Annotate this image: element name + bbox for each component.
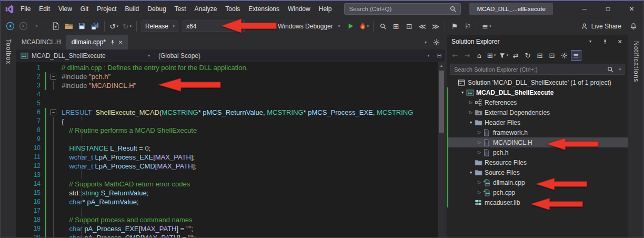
line-number[interactable]: 6 bbox=[16, 108, 44, 117]
code-line-8[interactable]: 8 // Routine performs a MCAD ShellExecut… bbox=[16, 126, 438, 135]
menu-help[interactable]: Help bbox=[315, 1, 336, 17]
source-files-folder[interactable]: ▾Source Files bbox=[447, 167, 628, 177]
code-line-19[interactable]: 19 char pA_Process_EXE[MAX_PATH] = ""; bbox=[16, 224, 438, 233]
menu-analyze[interactable]: Analyze bbox=[190, 1, 222, 17]
navigate-forward-button[interactable] bbox=[17, 19, 30, 33]
split-editor-icon[interactable]: ⊟ bbox=[434, 52, 445, 59]
code-line-1[interactable]: 1// dllmain.cpp : Defines the entry poin… bbox=[16, 63, 438, 72]
code-line-14[interactable]: 14 // Supports MathCAD return error code… bbox=[16, 180, 438, 189]
back-button[interactable]: ← bbox=[450, 50, 460, 61]
menu-test[interactable]: Test bbox=[170, 1, 190, 17]
new-project-button[interactable] bbox=[49, 19, 62, 33]
scope-dropdown[interactable]: (Global Scope) ▾ bbox=[154, 49, 434, 62]
save-button[interactable] bbox=[75, 19, 88, 33]
line-number[interactable]: 3 bbox=[16, 81, 44, 90]
file-pch-cpp[interactable]: ▷+++pch.cpp bbox=[447, 187, 628, 197]
code-editor[interactable]: 1// dllmain.cpp : Defines the entry poin… bbox=[16, 62, 445, 238]
switch-views-button[interactable]: ⊞▾ bbox=[486, 50, 497, 61]
properties-window-button[interactable]: ⊡ bbox=[402, 19, 416, 33]
expand-arrow-icon[interactable]: ▷ bbox=[467, 110, 475, 115]
scrollbar-thumb[interactable] bbox=[439, 71, 444, 133]
line-number[interactable]: 13 bbox=[16, 171, 44, 180]
editor-options-gear-icon[interactable] bbox=[433, 39, 440, 46]
solution-node[interactable]: Solution 'MCAD_DLL_ShellExecute' (1 of 1… bbox=[447, 77, 628, 87]
collapse-region-button[interactable]: − bbox=[51, 74, 56, 80]
resource-files-folder[interactable]: Resource Files bbox=[447, 157, 628, 167]
line-number[interactable]: 11 bbox=[16, 153, 44, 162]
expand-arrow-icon[interactable]: ▷ bbox=[476, 150, 483, 155]
menu-build[interactable]: Build bbox=[121, 1, 144, 17]
expand-arrow-icon[interactable]: ▷ bbox=[476, 140, 483, 145]
line-number[interactable]: 7 bbox=[16, 117, 44, 126]
maximize-button[interactable]: □ bbox=[596, 1, 620, 17]
toolbox-tab[interactable]: Toolbox bbox=[5, 39, 12, 64]
line-number[interactable]: 20 bbox=[16, 233, 44, 238]
line-number[interactable]: 9 bbox=[16, 135, 44, 144]
line-number[interactable]: 14 bbox=[16, 180, 44, 189]
line-number[interactable]: 12 bbox=[16, 162, 44, 171]
line-number[interactable]: 17 bbox=[16, 206, 44, 215]
line-number[interactable]: 18 bbox=[16, 215, 44, 224]
line-number[interactable]: 1 bbox=[16, 63, 44, 72]
quick-search-box[interactable]: Search (Ctrl+Q) bbox=[344, 3, 461, 15]
filter-button[interactable]: ▾ bbox=[498, 50, 509, 61]
start-debugging-button[interactable]: Local Windows Debugger▾ bbox=[247, 20, 344, 33]
expand-arrow-icon[interactable]: ▷ bbox=[476, 130, 483, 135]
forward-button[interactable]: → bbox=[462, 50, 472, 61]
file-pch-h[interactable]: ▷hpch.h bbox=[447, 147, 628, 157]
close-button[interactable]: ✕ bbox=[620, 1, 643, 17]
close-icon[interactable]: ✕ bbox=[118, 39, 123, 45]
editor-scrollbar[interactable]: ▲ bbox=[438, 62, 445, 238]
file-mcaduser-lib[interactable]: mcaduser.lib bbox=[447, 197, 628, 207]
show-all-files-button[interactable]: ⊡ bbox=[547, 50, 557, 61]
menu-git[interactable]: Git bbox=[76, 1, 93, 17]
code-line-10[interactable]: 10 HINSTANCE L_Result = 0; bbox=[16, 144, 438, 153]
menu-view[interactable]: View bbox=[54, 1, 76, 17]
solution-platforms-dropdown[interactable]: x64▾ bbox=[183, 21, 245, 32]
tab-dllmain-cpp[interactable]: dllmain.cpp*✕ bbox=[66, 35, 128, 49]
code-line-4[interactable]: 4 bbox=[16, 90, 438, 99]
scroll-up-icon[interactable]: ▲ bbox=[438, 62, 445, 70]
find-in-files-button[interactable] bbox=[376, 19, 389, 33]
references-node[interactable]: ▷References bbox=[447, 97, 628, 107]
menu-project[interactable]: Project bbox=[93, 1, 120, 17]
minimize-button[interactable]: ─ bbox=[572, 1, 596, 17]
redo-button[interactable]: ↻▾ bbox=[120, 19, 134, 33]
preview-selected-items-button[interactable]: ≡ bbox=[571, 50, 581, 61]
code-line-11[interactable]: 11 wchar_t LpA_Process_EXE[MAX_PATH]; bbox=[16, 153, 438, 162]
navigation-history-dropdown[interactable]: ▾ bbox=[30, 19, 43, 33]
file-framework-h[interactable]: ▷hframework.h bbox=[447, 127, 628, 137]
menu-file[interactable]: File bbox=[16, 1, 35, 17]
menu-edit[interactable]: Edit bbox=[35, 1, 54, 17]
start-without-debugging-button[interactable] bbox=[344, 19, 357, 33]
code-line-9[interactable]: 9 bbox=[16, 135, 438, 144]
close-button[interactable]: ✕ bbox=[616, 36, 623, 47]
home-button[interactable]: ⌂ bbox=[474, 50, 485, 61]
navigate-backward-button[interactable] bbox=[4, 19, 17, 33]
code-line-3[interactable]: 3#include "MCADINCL.H" bbox=[16, 81, 438, 90]
collapse-arrow-icon[interactable]: ▾ bbox=[459, 90, 466, 95]
menu-extensions[interactable]: Extensions bbox=[244, 1, 284, 17]
window-position-dropdown[interactable]: ▾ bbox=[587, 36, 594, 47]
code-line-5[interactable]: 5 bbox=[16, 99, 438, 108]
code-line-17[interactable]: 17 bbox=[16, 206, 438, 215]
code-line-6[interactable]: 6−LRESULT ShellExecute_MCAD(MCSTRING* pM… bbox=[16, 108, 438, 117]
bookmark-window-button[interactable]: ⚐ bbox=[461, 19, 474, 33]
code-line-20[interactable]: 20 char pA_Process_CMD[MAX_PATH] = ""; bbox=[16, 233, 438, 238]
open-file-button[interactable] bbox=[62, 19, 75, 33]
properties-button[interactable] bbox=[559, 50, 569, 61]
project-dropdown[interactable]: ++ MCAD_DLL_ShellExecute ▾ bbox=[16, 49, 154, 62]
expand-arrow-icon[interactable]: ▷ bbox=[476, 180, 483, 185]
tab-mcadincl-h[interactable]: MCADINCL.H bbox=[16, 35, 66, 49]
save-all-button[interactable] bbox=[88, 19, 102, 33]
code-line-16[interactable]: 16 char* pA_ReturnValue; bbox=[16, 197, 438, 206]
solution-configurations-dropdown[interactable]: Release▾ bbox=[142, 21, 178, 32]
file-dllmain-cpp[interactable]: ▷+++dllmain.cpp bbox=[447, 177, 628, 187]
menu-window[interactable]: Window bbox=[284, 1, 315, 17]
code-line-2[interactable]: 2−#include "pch.h" bbox=[16, 72, 438, 81]
collapse-region-button[interactable]: − bbox=[51, 110, 56, 115]
task-list-button[interactable]: ≡▾ bbox=[480, 19, 493, 33]
indent-decrease-button[interactable]: ≪ bbox=[416, 19, 429, 33]
live-share-button[interactable]: Live Share bbox=[580, 23, 621, 30]
expand-arrow-icon[interactable]: ▷ bbox=[476, 190, 483, 195]
